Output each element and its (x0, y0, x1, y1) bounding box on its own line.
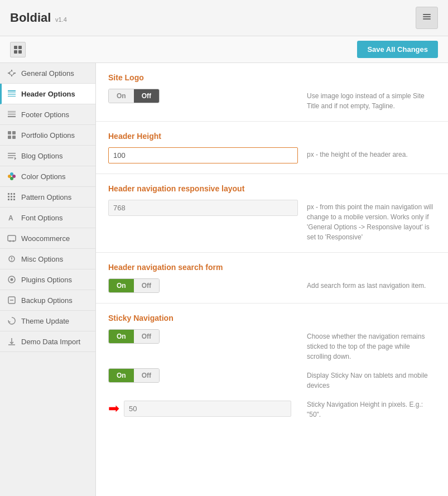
svg-rect-11 (8, 111, 16, 112)
site-logo-toggle[interactable]: On Off (108, 89, 160, 103)
sidebar-item-footer-options[interactable]: Footer Options (0, 104, 95, 125)
svg-rect-14 (8, 116, 16, 117)
misc-options-icon (7, 254, 17, 264)
sidebar-item-blog-options[interactable]: Blog Options (0, 146, 95, 166)
app-title-area: Boldial v1.4 (10, 11, 67, 25)
sticky-nav-off-btn[interactable]: Off (134, 330, 159, 343)
header-height-input[interactable] (108, 147, 298, 163)
svg-rect-4 (18, 46, 22, 49)
red-arrow-indicator: ➡ (108, 401, 119, 416)
svg-rect-9 (8, 94, 16, 95)
header-height-section: Header Height px - the height of the hea… (96, 122, 448, 174)
theme-update-icon (7, 316, 17, 326)
save-all-changes-button[interactable]: Save All Changes (357, 41, 438, 58)
svg-text:A: A (8, 214, 13, 222)
color-options-icon (7, 171, 17, 181)
site-logo-control: On Off (108, 89, 298, 103)
sticky-nav-toggle1[interactable]: On Off (108, 329, 160, 344)
svg-rect-12 (8, 113, 16, 113)
sidebar-label-blog-options: Blog Options (21, 152, 62, 160)
sidebar-label-general-options: General Options (21, 69, 74, 78)
sidebar-label-portfolio-options: Portfolio Options (21, 131, 75, 139)
app-version: v1.4 (55, 16, 67, 23)
portfolio-options-icon (7, 130, 17, 140)
sticky-navigation-section: Sticky Navigation On Off Choose whether … (96, 304, 448, 430)
header-height-title: Header Height (108, 132, 436, 141)
header-nav-responsive-input[interactable] (108, 200, 298, 216)
top-bar: Boldial v1.4 (0, 0, 448, 36)
sidebar-item-theme-update[interactable]: Theme Update (0, 311, 95, 331)
sidebar-item-color-options[interactable]: Color Options (0, 166, 95, 187)
svg-point-38 (9, 240, 11, 242)
grid-icon (13, 45, 22, 54)
header-nav-search-control: On Off (108, 278, 298, 293)
blog-options-icon (7, 151, 17, 161)
header-nav-search-toggle[interactable]: On Off (108, 278, 160, 293)
svg-rect-2 (423, 14, 431, 15)
sidebar-item-plugins-options[interactable]: Plugins Options (0, 269, 95, 290)
general-options-icon (7, 68, 17, 78)
sidebar-item-pattern-options[interactable]: Pattern Options (0, 187, 95, 208)
woocommerce-icon (7, 233, 17, 243)
sidebar-label-pattern-options: Pattern Options (21, 193, 71, 201)
svg-rect-3 (14, 46, 17, 49)
sidebar-item-font-options[interactable]: A Font Options (0, 208, 95, 228)
sticky-nav-on-btn[interactable]: On (109, 330, 134, 343)
sidebar-item-demo-data-import[interactable]: Demo Data Import (0, 331, 95, 352)
header-nav-search-off-btn[interactable]: Off (134, 279, 159, 292)
site-logo-row: On Off Use image logo instead of a simpl… (108, 89, 436, 111)
sticky-nav-toggle2[interactable]: On Off (108, 368, 160, 383)
svg-rect-27 (8, 193, 9, 195)
sidebar-label-color-options: Color Options (21, 172, 65, 181)
header-nav-search-section: Header navigation search form On Off Add… (96, 253, 448, 304)
svg-rect-28 (11, 193, 12, 195)
sticky-nav-control3: ➡ (108, 401, 298, 417)
grid-icon-button[interactable] (10, 42, 26, 57)
svg-rect-32 (13, 196, 15, 198)
svg-rect-37 (8, 235, 16, 241)
sticky-nav-control1: On Off (108, 329, 298, 344)
sidebar-label-header-options: Header Options (21, 90, 75, 98)
site-logo-on-btn[interactable]: On (109, 89, 134, 103)
svg-rect-15 (8, 131, 11, 134)
header-height-description: px - the height of the header area. (307, 147, 436, 160)
sidebar-item-backup-options[interactable]: Backup Options (0, 290, 95, 311)
sticky-nav-description2: Display Sticky Nav on tablets and mobile… (307, 368, 436, 391)
header-nav-search-on-btn[interactable]: On (109, 279, 134, 292)
app-title: Boldial (10, 11, 51, 25)
sticky-nav-row3: ➡ Sticky Navigation Height in pixels. E.… (108, 397, 436, 420)
sidebar-item-general-options[interactable]: General Options (0, 63, 95, 84)
sticky-nav-height-input[interactable] (124, 401, 291, 417)
svg-point-26 (10, 177, 13, 180)
site-logo-title: Site Logo (108, 73, 436, 82)
main-layout: General Options Header Options Footer Op… (0, 63, 448, 496)
sticky-nav-description3: Sticky Navigation Height in pixels. E.g.… (307, 397, 436, 420)
sticky-nav-row2: On Off Display Sticky Nav on tablets and… (108, 368, 436, 391)
site-logo-section: Site Logo On Off Use image logo instead … (96, 63, 448, 122)
sidebar-item-portfolio-options[interactable]: Portfolio Options (0, 125, 95, 146)
sticky-nav-on-btn2[interactable]: On (109, 369, 134, 382)
sidebar: General Options Header Options Footer Op… (0, 63, 96, 496)
sidebar-label-demo-data-import: Demo Data Import (21, 338, 80, 346)
sidebar-item-woocommerce[interactable]: Woocommerce (0, 228, 95, 249)
sidebar-label-woocommerce: Woocommerce (21, 234, 70, 243)
sticky-nav-off-btn2[interactable]: Off (134, 369, 159, 382)
svg-rect-8 (8, 93, 16, 93)
svg-rect-19 (8, 153, 16, 154)
svg-marker-22 (15, 157, 16, 160)
pattern-options-icon (7, 192, 17, 202)
sidebar-item-misc-options[interactable]: Misc Options (0, 249, 95, 269)
sidebar-label-backup-options: Backup Options (21, 296, 73, 305)
sticky-nav-description1: Choose whether the navigation remains st… (307, 329, 436, 362)
wrench-icon-button[interactable] (416, 7, 438, 29)
svg-point-42 (11, 260, 12, 261)
sidebar-label-plugins-options: Plugins Options (21, 276, 72, 284)
svg-rect-30 (8, 196, 9, 198)
sidebar-item-header-options[interactable]: Header Options (0, 84, 95, 104)
header-nav-responsive-control (108, 200, 298, 216)
sticky-nav-control2: On Off (108, 368, 298, 383)
header-nav-responsive-row: px - from this point the main navigation… (108, 200, 436, 242)
sidebar-label-misc-options: Misc Options (21, 255, 63, 263)
sidebar-label-font-options: Font Options (21, 214, 62, 222)
site-logo-off-btn[interactable]: Off (134, 89, 159, 103)
